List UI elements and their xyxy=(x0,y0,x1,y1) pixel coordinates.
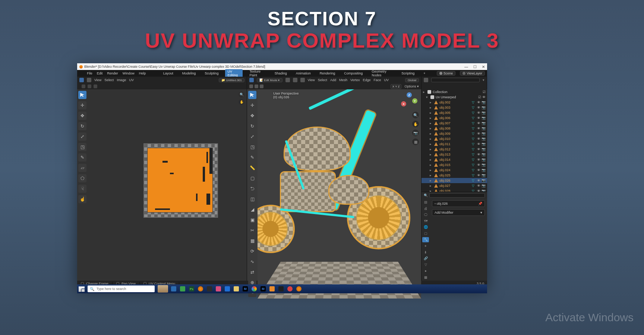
tool-grab[interactable]: ⬠ xyxy=(78,174,86,182)
nav-gizmo[interactable]: Z Y X xyxy=(402,93,417,108)
taskbar-search[interactable]: 🔍 Type here to search xyxy=(88,285,155,292)
uv-canvas[interactable]: 🔍 ✋ xyxy=(88,89,247,281)
outliner-editor-icon[interactable] xyxy=(424,78,428,82)
outliner-group[interactable]: ▾Uv Unwarped☑ 👁 xyxy=(422,95,487,100)
tb-chrome-icon[interactable] xyxy=(252,286,257,291)
vtool-inset[interactable]: ◫ xyxy=(248,195,256,203)
mode-selector[interactable]: 📝 Edit Mode ▾ xyxy=(257,78,282,82)
tool-transform[interactable]: ◳ xyxy=(78,143,86,151)
sel-mode-vert-icon[interactable] xyxy=(285,78,290,82)
vtool-move[interactable]: ✥ xyxy=(248,112,256,120)
uv-island[interactable] xyxy=(147,148,213,213)
vp-menu-mesh[interactable]: Mesh xyxy=(339,78,347,82)
vp-xray-icon[interactable] xyxy=(255,84,258,88)
vtool-scale[interactable]: ⤢ xyxy=(248,133,256,141)
ptab-constraint[interactable]: 🔗 xyxy=(422,256,429,261)
outliner-item[interactable]: ▸obj.009▽👁 📷 xyxy=(422,131,487,136)
vp-persp-icon[interactable]: ▦ xyxy=(412,138,419,145)
tb-edge-icon[interactable] xyxy=(225,286,230,291)
uv-menu-view[interactable]: View xyxy=(94,78,101,82)
tb-blender2-icon[interactable] xyxy=(296,286,302,291)
vp-zoom-icon[interactable]: 🔍 xyxy=(412,112,419,118)
ptab-physics[interactable]: ⬇ xyxy=(422,249,429,255)
outliner-item[interactable]: ▸obj.011▽👁 📷 xyxy=(422,141,487,147)
tool-rotate[interactable]: ↻ xyxy=(78,122,86,130)
vp-axis-lock[interactable]: X Y Z xyxy=(391,84,402,89)
tool-move[interactable]: ✥ xyxy=(78,112,86,120)
tb-app5-icon[interactable] xyxy=(278,286,284,291)
outliner-item[interactable]: ▸obj.006▽👁 📷 xyxy=(422,115,487,121)
tool-scale[interactable]: ⤢ xyxy=(78,133,86,141)
tb-cortana-icon[interactable] xyxy=(171,286,176,291)
uv-menu-uv[interactable]: UV xyxy=(129,78,134,82)
vtool-rotate[interactable]: ↻ xyxy=(248,122,256,130)
viewlayer-selector[interactable]: ViewLayer xyxy=(460,71,485,76)
start-button-icon[interactable] xyxy=(79,286,85,292)
vp-pan-icon[interactable]: ✋ xyxy=(412,121,419,127)
tb-blender-icon[interactable] xyxy=(198,286,203,291)
outliner-item[interactable]: ▸obj.024▽👁 📷 xyxy=(422,168,487,173)
outliner-item[interactable]: ▸obj.002▽👁 📷 xyxy=(422,100,487,105)
vtool-extrude[interactable]: ⮌ xyxy=(248,185,256,193)
vtool-smooth[interactable]: ∿ xyxy=(248,258,256,266)
vp-menu-face[interactable]: Face xyxy=(373,78,381,82)
orientation-selector[interactable]: Global xyxy=(405,78,419,82)
tb-app3-icon[interactable] xyxy=(216,286,221,291)
tab-compositing[interactable]: Compositing xyxy=(342,71,365,76)
tab-modeling[interactable]: Modeling xyxy=(180,71,198,76)
ptab-output[interactable]: 🖨 xyxy=(422,206,429,211)
tool-rip[interactable]: ▱ xyxy=(78,164,86,172)
tab-uvediting[interactable]: UV Editing xyxy=(225,69,243,77)
tab-add[interactable]: + xyxy=(421,71,427,76)
viewport-canvas[interactable]: User Perspective (0) obj.026 xyxy=(258,89,421,299)
tool-select[interactable] xyxy=(78,91,86,99)
outliner-item[interactable]: ▸obj.005▽👁 📷 xyxy=(422,110,487,115)
vp-menu-edge[interactable]: Edge xyxy=(363,78,370,82)
outliner-item[interactable]: ▸obj.027▽👁 📷 xyxy=(422,183,487,188)
tool-annotate[interactable]: ✎ xyxy=(78,153,86,162)
vtool-addcube[interactable]: ▢ xyxy=(248,174,256,182)
tb-ps-icon[interactable]: Ps xyxy=(189,286,194,291)
viewport-editor-icon[interactable] xyxy=(249,78,254,82)
props-object-name[interactable]: ▫ obj.026📌 xyxy=(432,200,485,207)
uv-pan-icon[interactable]: ✋ xyxy=(239,99,244,105)
tab-texpaint[interactable]: Texture Paint xyxy=(247,69,268,77)
tool-relax[interactable]: ☟ xyxy=(78,185,86,193)
close-button[interactable]: ✕ xyxy=(482,65,485,69)
sel-mode-face-icon[interactable] xyxy=(300,78,305,82)
vp-menu-view[interactable]: View xyxy=(308,78,315,82)
tab-sculpting[interactable]: Sculpting xyxy=(202,71,221,76)
vtool-loopcut[interactable]: ▣ xyxy=(248,216,256,224)
vtool-edgeslide[interactable]: ⇄ xyxy=(248,268,256,276)
outliner-item[interactable]: ▸obj.025▽👁 📷 xyxy=(422,173,487,178)
outliner-search[interactable] xyxy=(431,78,480,82)
tab-rendering[interactable]: Rendering xyxy=(318,71,338,76)
outliner-item[interactable]: ▸obj.003▽👁 📷 xyxy=(422,105,487,110)
vp-menu-vertex[interactable]: Vertex xyxy=(350,78,360,82)
vp-camera-icon[interactable]: 📷 xyxy=(412,130,419,136)
vtool-measure[interactable]: 📏 xyxy=(248,164,256,172)
menu-window[interactable]: Window xyxy=(123,71,135,75)
outliner-item[interactable]: ▸obj.010▽👁 📷 xyxy=(422,136,487,141)
uv-menu-select[interactable]: Select xyxy=(104,78,114,82)
vtool-spin[interactable]: ⟳ xyxy=(248,247,256,255)
ptab-mesh[interactable]: ▽ xyxy=(422,262,429,268)
scene-selector[interactable]: Scene xyxy=(437,71,456,76)
vp-menu-select[interactable]: Select xyxy=(318,78,327,82)
outliner-item[interactable]: ▸obj.013▽👁 📷 xyxy=(422,152,487,157)
uv-sync-icon[interactable] xyxy=(82,84,85,88)
ptab-view[interactable]: 🖵 xyxy=(422,212,429,218)
tb-app2-icon[interactable] xyxy=(207,286,212,291)
tb-m2-icon[interactable]: M xyxy=(261,286,266,291)
outliner-item[interactable]: ▸obj.012▽👁 📷 xyxy=(422,147,487,152)
vtool-annotate[interactable]: ✎ xyxy=(248,153,256,162)
uv-zoom-icon[interactable]: 🔍 xyxy=(239,92,244,98)
menu-file[interactable]: File xyxy=(87,71,92,75)
sel-mode-edge-icon[interactable] xyxy=(293,78,297,82)
outliner-item[interactable]: ▸obj.014▽👁 📷 xyxy=(422,157,487,162)
uv-display-icon[interactable] xyxy=(94,84,97,88)
tab-shading[interactable]: Shading xyxy=(272,71,289,76)
ptab-scene[interactable]: 🗺 xyxy=(422,218,429,224)
ptab-material[interactable]: ● xyxy=(422,268,429,274)
outliner-item[interactable]: ▸obj.026▽👁 📷 xyxy=(422,178,487,183)
